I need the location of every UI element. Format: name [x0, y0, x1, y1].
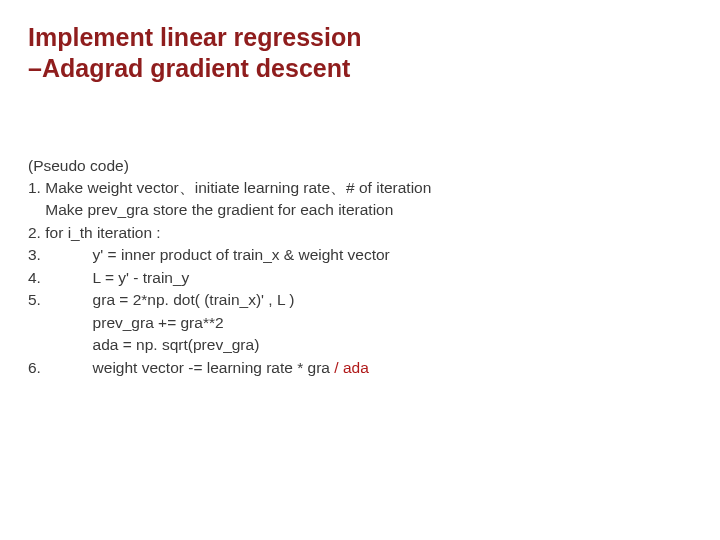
pc-line-6-highlight: / ada [334, 359, 368, 376]
pc-line-5b: prev_gra += gra**2 [28, 312, 692, 334]
title-line-1: Implement linear regression [28, 23, 361, 51]
pc-line-3: 3. y' = inner product of train_x & weigh… [28, 244, 692, 266]
pseudo-code-block: (Pseudo code) 1. Make weight vector、init… [28, 155, 692, 380]
pc-line-1b: Make prev_gra store the gradient for eac… [28, 199, 692, 221]
pc-line-5c: ada = np. sqrt(prev_gra) [28, 334, 692, 356]
pc-line-1a: 1. Make weight vector、initiate learning … [28, 177, 692, 199]
pc-line-6-main: 6. weight vector -= learning rate * gra [28, 359, 334, 376]
pc-line-2: 2. for i_th iteration : [28, 222, 692, 244]
slide: Implement linear regression –Adagrad gra… [0, 0, 720, 540]
pc-line-4: 4. L = y' - train_y [28, 267, 692, 289]
pseudo-code-label: (Pseudo code) [28, 155, 692, 177]
slide-title: Implement linear regression –Adagrad gra… [28, 22, 692, 85]
title-line-2: –Adagrad gradient descent [28, 54, 350, 82]
pc-line-5: 5. gra = 2*np. dot( (train_x)' , L ) [28, 289, 692, 311]
pc-line-6: 6. weight vector -= learning rate * gra … [28, 357, 692, 379]
